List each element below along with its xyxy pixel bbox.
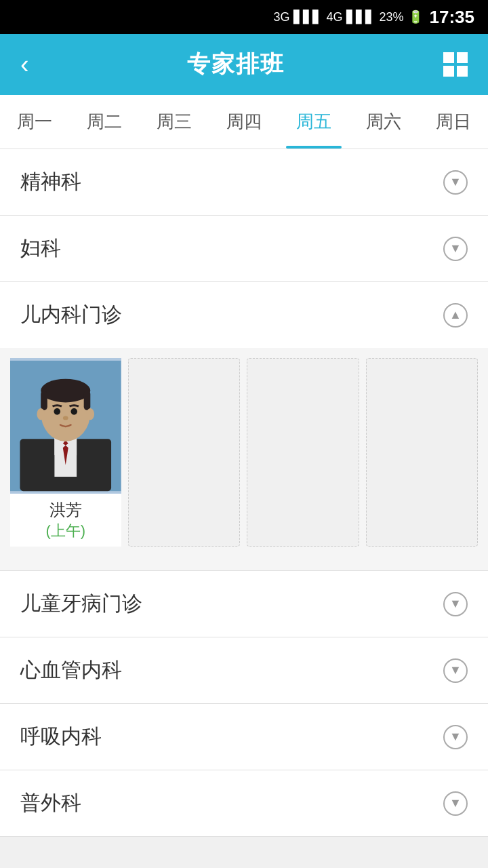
dept-huxi-header[interactable]: 呼吸内科 — [0, 704, 488, 770]
dept-fuke: 妇科 — [0, 216, 488, 282]
tab-friday[interactable]: 周五 — [279, 95, 348, 149]
battery-icon: 🔋 — [408, 9, 423, 24]
svg-point-12 — [70, 408, 77, 415]
signal-bars-1: ▋▋▋ — [293, 9, 322, 24]
tab-sunday[interactable]: 周日 — [418, 95, 488, 149]
svg-point-11 — [54, 408, 60, 415]
4g-signal-icon: 4G — [326, 10, 342, 24]
doctor-name-hongfang: 洪芳 — [14, 499, 118, 521]
dept-ernei-expanded: 洪芳 (上午) — [0, 348, 488, 570]
department-list: 精神科 妇科 儿内科门诊 — [0, 149, 488, 837]
svg-point-13 — [63, 416, 68, 420]
dept-puwai-name: 普外科 — [20, 789, 81, 817]
dept-ertooth-name: 儿童牙病门诊 — [20, 590, 142, 618]
status-bar: 3G ▋▋▋ 4G ▋▋▋ 23% 🔋 17:35 — [0, 0, 488, 34]
dept-jingshen-name: 精神科 — [20, 168, 81, 196]
doctor-avatar-svg — [10, 358, 121, 494]
app-header: ‹ 专家排班 — [0, 34, 488, 95]
dept-huxi-chevron — [443, 725, 468, 749]
svg-rect-9 — [41, 391, 47, 410]
signal-icons: 3G ▋▋▋ 4G ▋▋▋ 23% 🔋 — [273, 9, 422, 24]
dept-ertooth-header[interactable]: 儿童牙病门诊 — [0, 571, 488, 637]
tab-wednesday[interactable]: 周三 — [140, 95, 209, 149]
doctor-card-hongfang[interactable]: 洪芳 (上午) — [10, 358, 121, 547]
svg-point-14 — [37, 408, 45, 420]
dept-ernei-name: 儿内科门诊 — [20, 301, 122, 329]
doctor-photo-hongfang — [10, 358, 121, 494]
dept-xinxue-header[interactable]: 心血管内科 — [0, 637, 488, 703]
tab-monday[interactable]: 周一 — [0, 95, 70, 149]
dept-ernei: 儿内科门诊 — [0, 282, 488, 571]
doctors-grid: 洪芳 (上午) — [0, 348, 488, 557]
doctor-info-hongfang: 洪芳 (上午) — [10, 494, 121, 547]
page-title: 专家排班 — [187, 49, 285, 80]
dept-fuke-chevron — [443, 237, 468, 261]
dept-jingshen-chevron — [443, 170, 468, 195]
dept-xinxue-name: 心血管内科 — [20, 656, 122, 684]
grid-icon — [443, 52, 468, 77]
dept-ernei-header[interactable]: 儿内科门诊 — [0, 282, 488, 348]
signal-bars-2: ▋▋▋ — [346, 9, 375, 24]
svg-point-8 — [41, 379, 90, 403]
doctor-card-empty-3 — [366, 358, 479, 547]
dept-huxi-name: 呼吸内科 — [20, 723, 102, 751]
tab-tuesday[interactable]: 周二 — [70, 95, 140, 149]
doctor-card-empty-2 — [247, 358, 359, 547]
day-tabs-bar: 周一 周二 周三 周四 周五 周六 周日 — [0, 95, 488, 149]
tab-thursday[interactable]: 周四 — [209, 95, 279, 149]
grid-view-button[interactable] — [436, 45, 474, 83]
dept-xinxue: 心血管内科 — [0, 637, 488, 704]
dept-puwai-chevron — [443, 791, 468, 816]
back-button[interactable]: ‹ — [14, 43, 36, 86]
svg-point-15 — [87, 408, 95, 420]
dept-jingshen-header[interactable]: 精神科 — [0, 149, 488, 215]
3g-signal-icon: 3G — [273, 10, 289, 24]
tab-saturday[interactable]: 周六 — [348, 95, 418, 149]
dept-xinxue-chevron — [443, 658, 468, 683]
dept-jingshen: 精神科 — [0, 149, 488, 216]
svg-rect-10 — [84, 391, 91, 410]
dept-puwai: 普外科 — [0, 770, 488, 837]
battery-level: 23% — [379, 10, 403, 24]
dept-fuke-name: 妇科 — [20, 235, 61, 262]
dept-puwai-header[interactable]: 普外科 — [0, 770, 488, 836]
doctor-card-empty-1 — [128, 358, 241, 547]
doctor-time-hongfang: (上午) — [14, 521, 118, 541]
dept-fuke-header[interactable]: 妇科 — [0, 216, 488, 281]
dept-huxi: 呼吸内科 — [0, 704, 488, 770]
dept-ernei-chevron — [443, 303, 468, 328]
dept-ertooth-chevron — [443, 592, 468, 616]
dept-ertooth: 儿童牙病门诊 — [0, 571, 488, 637]
clock: 17:35 — [430, 7, 475, 28]
